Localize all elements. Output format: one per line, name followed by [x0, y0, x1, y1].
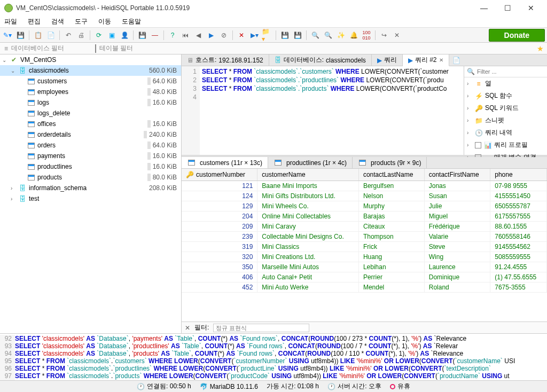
cell[interactable]: 319: [182, 242, 257, 252]
table-row[interactable]: 320Mini Creations Ltd.HuangWing508555955…: [182, 252, 547, 262]
tab-query[interactable]: ▶ 쿼리: [372, 54, 403, 66]
key-icon[interactable]: 🔔: [348, 30, 359, 41]
wand-icon[interactable]: ✨: [335, 30, 346, 41]
save-icon[interactable]: 💾: [15, 30, 26, 41]
cell[interactable]: Baane Mini Imports: [257, 181, 359, 191]
tree-table-orders[interactable]: orders64.0 KiB: [0, 140, 181, 151]
table-row[interactable]: 350Marseille Mini AutosLebihanLaurence 9…: [182, 262, 547, 272]
cell[interactable]: Steve: [424, 242, 490, 252]
stop-icon[interactable]: ⊘: [218, 30, 229, 41]
result-grid[interactable]: 🔑customerNumbercustomerNamecontactLastNa…: [182, 169, 547, 322]
cell[interactable]: 320: [182, 252, 257, 262]
tab-host[interactable]: 🖥 호스트: 192.168.91.152: [182, 54, 269, 66]
cell[interactable]: Murphy: [358, 201, 424, 211]
table-row[interactable]: 204Online Mini CollectablesBarajasMiguel…: [182, 211, 547, 222]
cell[interactable]: 124: [182, 191, 257, 201]
filter-db-label[interactable]: 데이터베이스 필터: [11, 44, 64, 53]
cell[interactable]: 4155551450: [490, 191, 547, 201]
cell[interactable]: Nelson: [358, 191, 424, 201]
cell[interactable]: Online Mini Collectables: [257, 211, 359, 222]
close-tab-icon[interactable]: ✕: [439, 57, 443, 63]
result-tab[interactable]: products (9r × 9c): [353, 157, 427, 168]
close-filter-icon[interactable]: ✕: [185, 324, 190, 332]
cell[interactable]: 6175557555: [490, 211, 547, 222]
tree-server[interactable]: ⌄ ✔ VM_CentOS: [0, 54, 181, 65]
cell[interactable]: 129: [182, 201, 257, 211]
cell[interactable]: Huang: [358, 252, 424, 262]
refresh-icon[interactable]: ⟳: [93, 30, 104, 41]
log-pane[interactable]: 92SELECT 'classicmodels' AS `Database`, …: [0, 333, 547, 380]
cell[interactable]: Laurence: [424, 262, 490, 272]
tree-db-test[interactable]: ›🗄test: [0, 193, 181, 204]
tree-table-payments[interactable]: payments16.0 KiB: [0, 151, 181, 161]
add-tab-button[interactable]: 📄: [449, 57, 464, 64]
result-tab[interactable]: productlines (1r × 4c): [268, 157, 353, 168]
menu-edit[interactable]: 편집: [26, 16, 43, 27]
cell[interactable]: Marseille Mini Autos: [257, 262, 359, 272]
cell[interactable]: 6505555787: [490, 201, 547, 211]
cell[interactable]: Mendel: [358, 283, 424, 293]
table-row[interactable]: 121Baane Mini ImportsBergulfsenJonas 07-…: [182, 181, 547, 191]
help-icon[interactable]: ?: [167, 30, 178, 41]
close2-icon[interactable]: ✕: [392, 30, 402, 41]
cell[interactable]: 91.24.4555: [490, 262, 547, 272]
cell[interactable]: 121: [182, 181, 257, 191]
cell[interactable]: Valarie: [424, 232, 490, 242]
cell[interactable]: 452: [182, 283, 257, 293]
tree-table-products[interactable]: products80.0 KiB: [0, 172, 181, 183]
cell[interactable]: 07-98 9555: [490, 181, 547, 191]
cell[interactable]: Lebihan: [358, 262, 424, 272]
cell[interactable]: Mini Caravy: [257, 222, 359, 232]
tree-table-logs_delete[interactable]: logs_delete: [0, 108, 181, 119]
column-header[interactable]: contactFirstName: [424, 169, 490, 181]
cell[interactable]: Mini Wheels Co.: [257, 201, 359, 211]
cell[interactable]: 204: [182, 211, 257, 222]
zoom-icon[interactable]: 🔍: [310, 30, 321, 41]
editor-code[interactable]: SELECT * FROM `classicmodels`.`customers…: [200, 66, 464, 155]
tree-db-classicmodels[interactable]: ⌄ 🗄 classicmodels 560.0 KiB: [0, 65, 181, 76]
menu-search[interactable]: 검색: [49, 16, 66, 27]
tree-table-employees[interactable]: employees48.0 KiB: [0, 87, 181, 97]
print-icon[interactable]: 🖨: [76, 30, 87, 41]
tree-table-offices[interactable]: offices16.0 KiB: [0, 119, 181, 129]
cell[interactable]: Mini Creations Ltd.: [257, 252, 359, 262]
maximize-button[interactable]: ☐: [496, 0, 519, 16]
menu-file[interactable]: 파일: [2, 16, 19, 27]
pen-icon[interactable]: ✎▾: [2, 30, 13, 41]
zoom2-icon[interactable]: 🔍: [323, 30, 333, 41]
cell[interactable]: Mini Classics: [257, 242, 359, 252]
paste-icon[interactable]: 📄: [45, 30, 56, 41]
folder-icon[interactable]: 📁▾: [262, 30, 272, 41]
tree-table-customers[interactable]: customers64.0 KiB: [0, 76, 181, 87]
cell[interactable]: Roland: [424, 283, 490, 293]
cell[interactable]: 7675-3555: [490, 283, 547, 293]
table-row[interactable]: 406Auto Canal+ PetitPerrierDominique(1) …: [182, 272, 547, 283]
cell[interactable]: Julie: [424, 201, 490, 211]
cell[interactable]: Thompson: [358, 232, 424, 242]
cell[interactable]: Miguel: [424, 211, 490, 222]
table-row[interactable]: 124Mini Gifts Distributors Ltd.NelsonSus…: [182, 191, 547, 201]
minimize-button[interactable]: —: [472, 0, 496, 16]
filter-input[interactable]: [213, 324, 309, 332]
menu-tools[interactable]: 도구: [73, 16, 90, 27]
cell[interactable]: Citeaux: [358, 222, 424, 232]
tab-query2[interactable]: ▶ 쿼리 #2 ✕: [403, 54, 449, 66]
table-row[interactable]: 129Mini Wheels Co.MurphyJulie6505555787: [182, 201, 547, 211]
cancel-icon[interactable]: ✕: [236, 30, 247, 41]
prev-icon[interactable]: ◀: [193, 30, 204, 41]
cell[interactable]: Jonas: [424, 181, 490, 191]
tree-table-logs[interactable]: logs16.0 KiB: [0, 97, 181, 108]
cell[interactable]: Wing: [424, 252, 490, 262]
table-row[interactable]: 209Mini CaravyCiteauxFrédérique 88.60.15…: [182, 222, 547, 232]
save2-icon[interactable]: 💾: [137, 30, 147, 41]
disk2-icon[interactable]: 💾: [292, 30, 303, 41]
binary-icon[interactable]: 100010: [361, 30, 372, 41]
sidebar-filter-input[interactable]: [477, 68, 544, 75]
filter-table-label[interactable]: 테이블 필터: [99, 44, 133, 53]
cell[interactable]: Mini Gifts Distributors Ltd.: [257, 191, 359, 201]
cell[interactable]: Dominique: [424, 272, 490, 283]
tree-db-information_schema[interactable]: ›🗄information_schema208.0 KiB: [0, 183, 181, 193]
close-button[interactable]: ✕: [519, 0, 543, 16]
sql-editor[interactable]: 1234 SELECT * FROM `classicmodels`.`cust…: [182, 66, 464, 155]
table-row[interactable]: 239Collectable Mini Designs Co.ThompsonV…: [182, 232, 547, 242]
